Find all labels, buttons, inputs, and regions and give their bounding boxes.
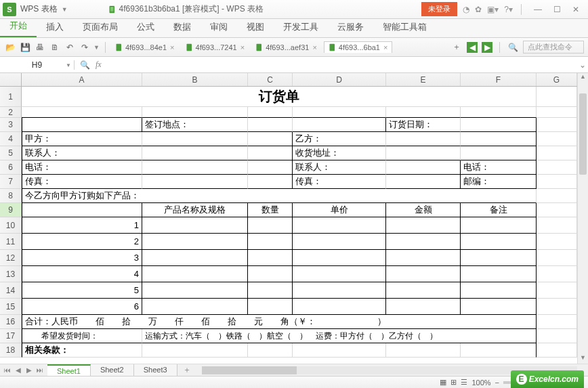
cell-A8[interactable]: 今乙方向甲方订购如下产品： (22, 189, 537, 203)
cell-A16[interactable]: 合计：人民币 佰 拾 万 仟 佰 拾 元 角（￥： ） (22, 315, 537, 329)
vertical-scrollbar[interactable]: ▲ ▼ (577, 73, 588, 364)
cell-C11[interactable] (248, 234, 293, 250)
cell-C6[interactable] (248, 160, 293, 175)
cell-A4[interactable]: 甲方： (22, 132, 142, 146)
row-header-12[interactable]: 12 (0, 250, 22, 266)
doc-tab-2[interactable]: 4f693...7241× (182, 42, 249, 53)
cell-B10[interactable] (142, 217, 248, 234)
close-button[interactable]: ✕ (568, 3, 584, 16)
view-layout-icon[interactable]: ☰ (461, 378, 467, 387)
menu-tab-formula[interactable]: 公式 (127, 17, 164, 37)
sheet-nav-first-icon[interactable]: ⏮ (3, 366, 12, 374)
cell-D3[interactable] (293, 118, 386, 132)
minimize-button[interactable]: — (530, 3, 546, 16)
cell-G2[interactable] (537, 107, 577, 118)
cell-B2[interactable] (142, 107, 248, 118)
cell-F4[interactable] (461, 132, 537, 146)
preview-icon[interactable]: 🗎 (49, 41, 61, 53)
sheet-tab-1[interactable]: Sheet1 (47, 364, 91, 376)
menu-tab-view[interactable]: 视图 (237, 17, 274, 37)
row-header-4[interactable]: 4 (0, 132, 22, 146)
cell-C9[interactable]: 数量 (248, 203, 293, 217)
cell-G16[interactable] (537, 315, 577, 329)
scroll-down-icon[interactable]: ▼ (578, 354, 588, 364)
cell-A17[interactable]: 希望发货时间： (22, 329, 142, 343)
cell-A6[interactable]: 电话： (22, 160, 142, 175)
row-header-15[interactable]: 15 (0, 299, 22, 315)
add-sheet-button[interactable]: ＋ (177, 364, 196, 376)
new-tab-icon[interactable]: ＋ (450, 41, 463, 53)
cell-G7[interactable] (537, 175, 577, 189)
cell-E10[interactable] (386, 217, 461, 234)
cell-B18[interactable] (142, 343, 248, 358)
cell-D13[interactable] (293, 266, 386, 282)
cell-D12[interactable] (293, 250, 386, 266)
spreadsheet-grid[interactable]: A B C D E F G 1 订货单 2 (0, 73, 588, 364)
cell-G18[interactable] (537, 343, 577, 358)
row-header-1[interactable]: 1 (0, 87, 22, 107)
cell-C13[interactable] (248, 266, 293, 282)
cell-F2[interactable] (461, 107, 537, 118)
cell-A11[interactable]: 2 (22, 234, 142, 250)
row-header-11[interactable]: 11 (0, 234, 22, 250)
cell-E6[interactable] (386, 160, 461, 175)
cell-D10[interactable] (293, 217, 386, 234)
cell-G15[interactable] (537, 299, 577, 315)
cell-A3[interactable] (22, 118, 142, 132)
hscroll-thumb[interactable] (202, 366, 297, 374)
nav-next-icon[interactable]: ▶ (482, 42, 492, 53)
cell-F12[interactable] (461, 250, 537, 266)
app-menu-dropdown-icon[interactable]: ▼ (62, 6, 68, 13)
cell-C18[interactable] (248, 343, 293, 358)
cell-F3[interactable] (461, 118, 537, 132)
row-header-6[interactable]: 6 (0, 160, 22, 175)
doc-tab-3[interactable]: 4f693...aef31× (251, 42, 321, 53)
cell-G3[interactable] (537, 118, 577, 132)
qat-dropdown-icon[interactable]: ▼ (93, 44, 100, 51)
cell-E18[interactable] (386, 343, 461, 358)
cell-G1[interactable] (537, 87, 577, 107)
cell-B15[interactable] (142, 299, 248, 315)
cell-G17[interactable] (537, 329, 577, 343)
doc-tab-4[interactable]: 4f693...6ba1× (324, 41, 393, 53)
cell-E3[interactable]: 订货日期： (386, 118, 461, 132)
doc-tab-1[interactable]: 4f693...84e1× (111, 42, 179, 53)
open-icon[interactable]: 📂 (4, 41, 16, 53)
cell-D4[interactable]: 乙方： (293, 132, 386, 146)
sheet-nav-next-icon[interactable]: ▶ (24, 366, 34, 374)
doc-tab-3-close-icon[interactable]: × (312, 43, 316, 51)
name-box-dropdown-icon[interactable]: ▼ (66, 62, 71, 68)
cell-F18[interactable] (461, 343, 537, 358)
cell-F9[interactable]: 备注 (461, 203, 537, 217)
cell-B5[interactable] (142, 146, 248, 160)
cell-A15[interactable]: 6 (22, 299, 142, 315)
row-header-9[interactable]: 9 (0, 203, 22, 217)
cell-E11[interactable] (386, 234, 461, 250)
help-icon[interactable]: ?▾ (504, 5, 513, 14)
col-header-E[interactable]: E (386, 73, 461, 86)
print-icon[interactable]: 🖶 (34, 41, 46, 53)
menu-tab-data[interactable]: 数据 (164, 17, 201, 37)
cell-E7[interactable] (386, 175, 461, 189)
col-header-G[interactable]: G (537, 73, 577, 86)
command-search-input[interactable]: 点此查找命令 (523, 41, 584, 53)
cell-G12[interactable] (537, 250, 577, 266)
cell-A18[interactable]: 相关条款： (22, 343, 142, 358)
row-header-7[interactable]: 7 (0, 175, 22, 189)
cell-B7[interactable] (142, 175, 248, 189)
cell-G11[interactable] (537, 234, 577, 250)
cell-C4[interactable] (248, 132, 293, 146)
cell-A10[interactable]: 1 (22, 217, 142, 234)
cell-F5[interactable] (461, 146, 537, 160)
cell-C14[interactable] (248, 282, 293, 299)
doc-tab-1-close-icon[interactable]: × (170, 43, 174, 51)
cell-B12[interactable] (142, 250, 248, 266)
save-icon[interactable]: 💾 (19, 41, 31, 53)
cell-A2[interactable] (22, 107, 142, 118)
vscroll-thumb[interactable] (579, 93, 587, 175)
cell-F7[interactable]: 邮编： (461, 175, 537, 189)
menu-tab-insert[interactable]: 插入 (37, 17, 73, 37)
cell-E9[interactable]: 金额 (386, 203, 461, 217)
col-header-F[interactable]: F (461, 73, 537, 86)
cell-B14[interactable] (142, 282, 248, 299)
